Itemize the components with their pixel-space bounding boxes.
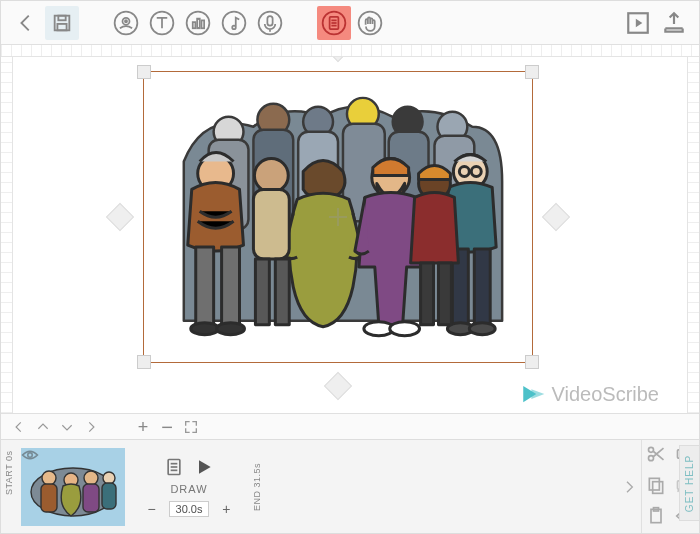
properties-icon — [320, 9, 348, 37]
chevron-left-icon — [15, 12, 37, 34]
timeline-clip-thumbnail[interactable] — [21, 448, 125, 526]
svg-rect-52 — [438, 263, 451, 325]
arrow-left-button[interactable] — [9, 417, 29, 437]
insert-music-button[interactable] — [217, 6, 251, 40]
music-icon — [220, 9, 248, 37]
zoom-out-button[interactable]: − — [157, 417, 177, 437]
duration-value[interactable]: 30.0s — [169, 501, 210, 517]
nudge-left[interactable] — [106, 203, 134, 231]
svg-rect-51 — [421, 263, 434, 325]
timeline-end-label: END 31.5s — [249, 440, 265, 533]
svg-rect-10 — [202, 20, 205, 28]
chevron-up-icon — [36, 420, 50, 434]
svg-rect-77 — [650, 478, 660, 490]
insert-chart-button[interactable] — [181, 6, 215, 40]
resize-handle-bottom-right[interactable] — [525, 355, 539, 369]
svg-rect-2 — [57, 23, 66, 29]
arrow-down-button[interactable] — [57, 417, 77, 437]
export-button[interactable] — [657, 6, 691, 40]
nudge-up[interactable] — [324, 57, 352, 62]
svg-marker-58 — [531, 389, 544, 399]
text-icon — [148, 9, 176, 37]
app-root: VideoScribe + − START 0s — [0, 0, 700, 534]
view-bar: + − — [1, 413, 699, 439]
clip-controls: DRAW − 30.0s + — [129, 440, 249, 533]
mic-icon — [256, 9, 284, 37]
duration-decrease-button[interactable]: − — [145, 502, 159, 516]
svg-rect-36 — [222, 247, 240, 325]
svg-point-53 — [254, 159, 288, 193]
hand-tool-button[interactable] — [353, 6, 387, 40]
videoscribe-logo-icon — [520, 381, 546, 407]
scissors-icon — [646, 444, 666, 464]
play-icon[interactable] — [194, 457, 214, 477]
svg-point-66 — [103, 472, 115, 484]
timeline-start-label: START 0s — [1, 440, 17, 533]
ruler-vertical-right — [687, 57, 699, 413]
paste-button[interactable] — [646, 506, 666, 530]
chevron-right-icon — [84, 420, 98, 434]
resize-handle-bottom-left[interactable] — [137, 355, 151, 369]
svg-rect-78 — [653, 481, 663, 493]
nudge-right[interactable] — [542, 203, 570, 231]
svg-rect-1 — [58, 15, 65, 20]
svg-point-61 — [42, 471, 56, 485]
chevron-left-icon — [12, 420, 26, 434]
brand-watermark: VideoScribe — [520, 381, 659, 407]
svg-rect-13 — [267, 16, 272, 26]
zoom-in-button[interactable]: + — [133, 417, 153, 437]
timeline-empty[interactable] — [265, 440, 617, 533]
resize-handle-top-right[interactable] — [525, 65, 539, 79]
svg-point-11 — [223, 11, 246, 34]
back-button[interactable] — [9, 6, 43, 40]
insert-text-button[interactable] — [145, 6, 179, 40]
arrow-up-button[interactable] — [33, 417, 53, 437]
canvas[interactable]: VideoScribe — [13, 57, 687, 413]
properties-button[interactable] — [317, 6, 351, 40]
timeline: START 0s DRAW − — [1, 439, 699, 533]
visibility-icon — [21, 448, 39, 462]
svg-rect-65 — [83, 484, 99, 512]
duration-increase-button[interactable]: + — [219, 502, 233, 516]
svg-point-38 — [217, 323, 245, 335]
save-button[interactable] — [45, 6, 79, 40]
selection-bounds[interactable] — [143, 71, 533, 363]
svg-point-64 — [84, 471, 98, 485]
svg-rect-56 — [275, 259, 289, 325]
svg-rect-55 — [255, 259, 269, 325]
svg-marker-73 — [199, 460, 211, 473]
svg-rect-8 — [193, 22, 196, 28]
nudge-down[interactable] — [324, 372, 352, 400]
fit-screen-button[interactable] — [181, 417, 201, 437]
svg-rect-9 — [197, 18, 200, 28]
svg-point-74 — [649, 447, 654, 452]
svg-point-49 — [469, 323, 495, 335]
top-toolbar — [1, 1, 699, 45]
ruler-vertical — [1, 57, 13, 413]
ruler-horizontal — [1, 45, 699, 57]
preview-button[interactable] — [621, 6, 655, 40]
cut-button[interactable] — [646, 444, 666, 468]
clip-properties-icon[interactable] — [164, 457, 184, 477]
insert-image-button[interactable] — [109, 6, 143, 40]
image-icon — [112, 9, 140, 37]
center-marker — [329, 208, 347, 226]
svg-marker-57 — [523, 386, 536, 402]
chart-icon — [184, 9, 212, 37]
copy-button[interactable] — [646, 475, 666, 499]
svg-point-75 — [649, 455, 654, 460]
get-help-tab[interactable]: GET HELP — [679, 445, 699, 521]
export-icon — [661, 10, 687, 36]
copy-icon — [646, 475, 666, 495]
svg-point-68 — [28, 453, 33, 458]
svg-point-42 — [390, 322, 420, 336]
expand-icon — [183, 419, 199, 435]
clip-action-label: DRAW — [170, 483, 207, 495]
record-voice-button[interactable] — [253, 6, 287, 40]
play-box-icon — [625, 10, 651, 36]
resize-handle-top-left[interactable] — [137, 65, 151, 79]
clipboard-icon — [646, 506, 666, 526]
svg-rect-35 — [196, 247, 214, 325]
timeline-next-button[interactable] — [617, 440, 641, 533]
arrow-right-button[interactable] — [81, 417, 101, 437]
